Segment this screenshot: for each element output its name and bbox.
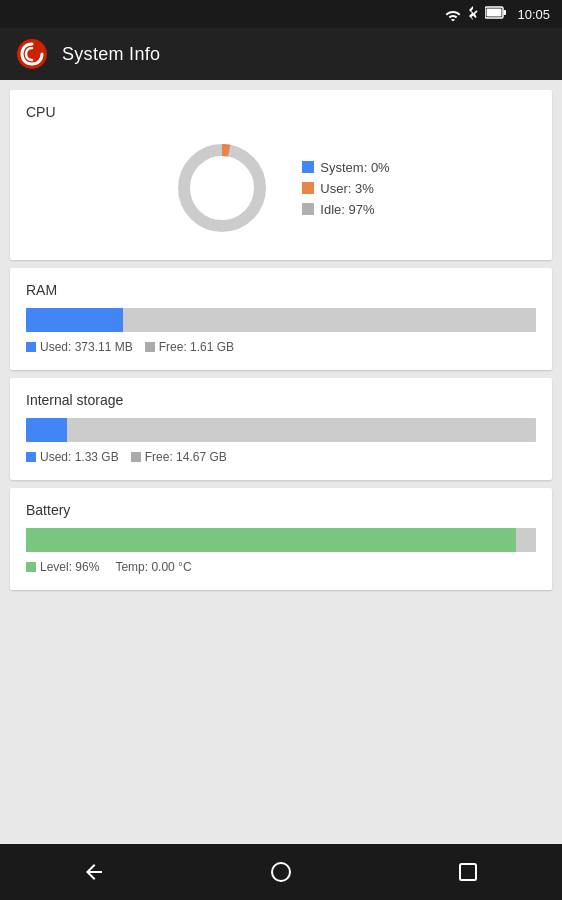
storage-card: Internal storage Used: 1.33 GB Free: 14.…: [10, 378, 552, 480]
battery-level-legend: Level: 96%: [26, 560, 99, 574]
ram-used-legend: Used: 373.11 MB: [26, 340, 133, 354]
ram-card: RAM Used: 373.11 MB Free: 1.61 GB: [10, 268, 552, 370]
ram-legend: Used: 373.11 MB Free: 1.61 GB: [26, 340, 536, 354]
cpu-title: CPU: [26, 104, 536, 120]
battery-level-label: Level: 96%: [40, 560, 99, 574]
app-bar: System Info: [0, 28, 562, 80]
bluetooth-icon: [467, 6, 479, 22]
ram-free-legend: Free: 1.61 GB: [145, 340, 234, 354]
status-icons: 10:05: [445, 6, 550, 22]
ram-bar-container: [26, 308, 536, 332]
app-logo-icon: [16, 38, 48, 70]
storage-bar-container: [26, 418, 536, 442]
system-color-dot: [302, 161, 314, 173]
storage-free-label: Free: 14.67 GB: [145, 450, 227, 464]
user-label: User: 3%: [320, 181, 373, 196]
idle-label: Idle: 97%: [320, 202, 374, 217]
ram-used-dot: [26, 342, 36, 352]
cpu-donut-chart: [172, 138, 272, 238]
svg-rect-8: [460, 864, 476, 880]
svg-point-7: [272, 863, 290, 881]
storage-bar-fill: [26, 418, 67, 442]
storage-legend: Used: 1.33 GB Free: 14.67 GB: [26, 450, 536, 464]
recents-button[interactable]: [438, 852, 498, 892]
storage-used-dot: [26, 452, 36, 462]
main-content: CPU System: 0% User:: [0, 80, 562, 600]
battery-temp-label: Temp: 0.00 °C: [115, 560, 191, 574]
cpu-content: System: 0% User: 3% Idle: 97%: [26, 130, 536, 244]
idle-color-dot: [302, 203, 314, 215]
battery-legend: Level: 96% Temp: 0.00 °C: [26, 560, 536, 574]
ram-free-dot: [145, 342, 155, 352]
battery-icon: [485, 6, 507, 22]
wifi-icon: [445, 8, 461, 21]
ram-title: RAM: [26, 282, 536, 298]
home-button[interactable]: [251, 852, 311, 892]
ram-bar-fill: [26, 308, 123, 332]
ram-used-label: Used: 373.11 MB: [40, 340, 133, 354]
svg-rect-1: [487, 9, 502, 17]
cpu-card: CPU System: 0% User:: [10, 90, 552, 260]
storage-title: Internal storage: [26, 392, 536, 408]
legend-user: User: 3%: [302, 181, 389, 196]
cpu-legend: System: 0% User: 3% Idle: 97%: [302, 160, 389, 217]
status-bar: 10:05: [0, 0, 562, 28]
bottom-nav: [0, 844, 562, 900]
storage-free-dot: [131, 452, 141, 462]
battery-bar-container: [26, 528, 536, 552]
storage-used-label: Used: 1.33 GB: [40, 450, 119, 464]
storage-used-legend: Used: 1.33 GB: [26, 450, 119, 464]
ram-free-label: Free: 1.61 GB: [159, 340, 234, 354]
battery-card: Battery Level: 96% Temp: 0.00 °C: [10, 488, 552, 590]
svg-point-4: [184, 150, 260, 226]
system-label: System: 0%: [320, 160, 389, 175]
battery-level-dot: [26, 562, 36, 572]
app-title: System Info: [62, 44, 160, 65]
back-button[interactable]: [64, 852, 124, 892]
legend-system: System: 0%: [302, 160, 389, 175]
battery-bar-fill: [26, 528, 516, 552]
time-display: 10:05: [517, 7, 550, 22]
svg-rect-2: [504, 10, 507, 15]
battery-title: Battery: [26, 502, 536, 518]
legend-idle: Idle: 97%: [302, 202, 389, 217]
user-color-dot: [302, 182, 314, 194]
storage-free-legend: Free: 14.67 GB: [131, 450, 227, 464]
